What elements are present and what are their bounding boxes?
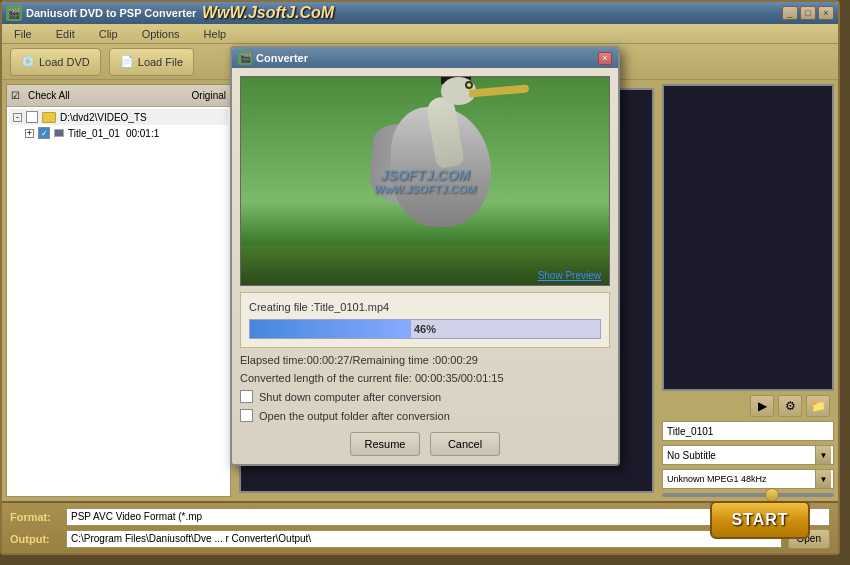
dialog-title-left: 🎬 Converter — [238, 51, 308, 65]
subtitle-setting-row: No Subtitle ▼ — [662, 445, 834, 465]
audio-arrow: ▼ — [815, 470, 831, 488]
folder-checkbox[interactable] — [26, 111, 38, 123]
shutdown-checkbox[interactable] — [240, 390, 253, 403]
title-setting-row — [662, 421, 834, 441]
open-folder-checkbox[interactable] — [240, 409, 253, 422]
title-bar: 🎬 Daniusoft DVD to PSP Converter WwW.Jso… — [2, 2, 838, 24]
heron-eye — [465, 81, 473, 89]
watermark: WwW.JsoftJ.CoM — [202, 4, 334, 22]
converter-dialog: 🎬 Converter × JSOFTJ.COM — [230, 46, 620, 466]
dialog-buttons: Resume Cancel — [240, 432, 610, 456]
load-dvd-label: Load DVD — [39, 56, 90, 68]
volume-slider[interactable] — [662, 493, 834, 497]
file-time: 00:01:1 — [126, 128, 159, 139]
subtitle-value: No Subtitle — [665, 450, 815, 461]
expand-icon: - — [13, 113, 22, 122]
open-folder-label: Open the output folder after conversion — [259, 410, 450, 422]
menu-options[interactable]: Options — [138, 28, 184, 40]
file-list-header: ☑ Check All Original — [7, 85, 230, 107]
menu-help[interactable]: Help — [200, 28, 231, 40]
converted-length-text: Converted length of the current file: 00… — [240, 372, 610, 384]
title-input[interactable] — [662, 421, 834, 441]
window-controls: _ □ × — [782, 6, 834, 20]
icon-row: ▶ ⚙ 📁 — [662, 395, 830, 417]
format-row: Format: PSP AVC Video Format (*.mp — [10, 508, 830, 526]
dialog-close-button[interactable]: × — [598, 52, 612, 65]
dialog-icon: 🎬 — [238, 51, 252, 65]
check-all-icon: ☑ — [11, 90, 20, 101]
file-checkbox[interactable]: ✓ — [38, 127, 50, 139]
progress-section: Creating file :Title_0101.mp4 46% — [240, 292, 610, 348]
menu-clip[interactable]: Clip — [95, 28, 122, 40]
menu-file[interactable]: File — [10, 28, 36, 40]
load-file-label: Load File — [138, 56, 183, 68]
right-panel: ▶ ⚙ 📁 No Subtitle ▼ Unknown MPEG1 48kHz — [658, 80, 838, 501]
list-item[interactable]: - D:\dvd2\VIDEO_TS — [9, 109, 228, 125]
file-list-panel: ☑ Check All Original - D:\dvd2\VIDEO_TS … — [6, 84, 231, 497]
open-folder-checkbox-row: Open the output folder after conversion — [240, 409, 610, 422]
cancel-button[interactable]: Cancel — [430, 432, 500, 456]
settings-button[interactable]: ⚙ — [778, 395, 802, 417]
audio-select[interactable]: Unknown MPEG1 48kHz ▼ — [662, 469, 834, 489]
output-row: Output: C:\Program Files\Daniusoft\Dve .… — [10, 529, 830, 549]
right-preview-screen — [662, 84, 834, 391]
volume-slider-row — [662, 493, 834, 497]
start-button[interactable]: START — [710, 501, 810, 539]
original-label: Original — [192, 90, 226, 101]
file-icon: 📄 — [120, 55, 134, 68]
expand-icon-child: + — [25, 129, 34, 138]
subtitle-select[interactable]: No Subtitle ▼ — [662, 445, 834, 465]
resume-button[interactable]: Resume — [350, 432, 420, 456]
shutdown-label: Shut down computer after conversion — [259, 391, 441, 403]
dvd-icon: 💿 — [21, 55, 35, 68]
list-item[interactable]: + ✓ Title_01_01 00:01:1 — [9, 125, 228, 141]
show-preview-link[interactable]: Show Preview — [538, 270, 601, 281]
menu-edit[interactable]: Edit — [52, 28, 79, 40]
dialog-content: JSOFTJ.COM WwW.JSOFTJ.COM Show Preview C… — [232, 68, 618, 464]
output-label: Output: — [10, 533, 60, 545]
file-name: Title_01_01 — [68, 128, 120, 139]
format-label: Format: — [10, 511, 60, 523]
creating-file-text: Creating file :Title_0101.mp4 — [249, 301, 601, 313]
film-icon — [54, 129, 64, 137]
load-file-button[interactable]: 📄 Load File — [109, 48, 194, 76]
audio-value: Unknown MPEG1 48kHz — [665, 474, 815, 484]
minimize-button[interactable]: _ — [782, 6, 798, 20]
image-watermark: JSOFTJ.COM WwW.JSOFTJ.COM — [374, 167, 476, 195]
title-bar-left: 🎬 Daniusoft DVD to PSP Converter — [6, 5, 196, 21]
slider-thumb[interactable] — [765, 488, 779, 502]
dialog-title: Converter — [256, 52, 308, 64]
load-dvd-button[interactable]: 💿 Load DVD — [10, 48, 101, 76]
progress-fill — [250, 320, 411, 338]
dialog-title-bar: 🎬 Converter × — [232, 48, 618, 68]
progress-percentage: 46% — [414, 323, 436, 335]
folder-name: D:\dvd2\VIDEO_TS — [60, 112, 147, 123]
close-button[interactable]: × — [818, 6, 834, 20]
progress-bar: 46% — [249, 319, 601, 339]
menu-bar: File Edit Clip Options Help — [2, 24, 838, 44]
folder-icon — [42, 112, 56, 123]
settings-area: ▶ ⚙ 📁 No Subtitle ▼ Unknown MPEG1 48kHz — [662, 395, 834, 497]
shutdown-checkbox-row: Shut down computer after conversion — [240, 390, 610, 403]
app-icon: 🎬 — [6, 5, 22, 21]
audio-setting-row: Unknown MPEG1 48kHz ▼ — [662, 469, 834, 489]
bird-preview-image: JSOFTJ.COM WwW.JSOFTJ.COM Show Preview — [240, 76, 610, 286]
main-window-title: Daniusoft DVD to PSP Converter — [26, 7, 196, 19]
file-list-content: - D:\dvd2\VIDEO_TS + ✓ Title_01_01 00:01… — [7, 107, 230, 143]
subtitle-arrow: ▼ — [815, 446, 831, 464]
play-button[interactable]: ▶ — [750, 395, 774, 417]
output-value: C:\Program Files\Daniusoft\Dve ... r Con… — [66, 530, 782, 548]
elapsed-time-text: Elapsed time:00:00:27/Remaining time :00… — [240, 354, 610, 366]
folder-button[interactable]: 📁 — [806, 395, 830, 417]
maximize-button[interactable]: □ — [800, 6, 816, 20]
check-all-label: Check All — [28, 90, 70, 101]
